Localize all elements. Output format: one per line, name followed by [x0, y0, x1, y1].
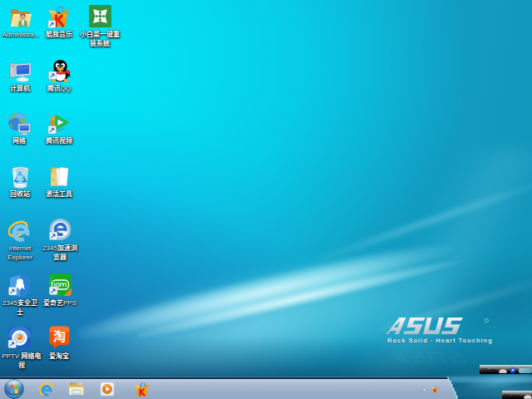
- svg-text:淘: 淘: [53, 327, 66, 344]
